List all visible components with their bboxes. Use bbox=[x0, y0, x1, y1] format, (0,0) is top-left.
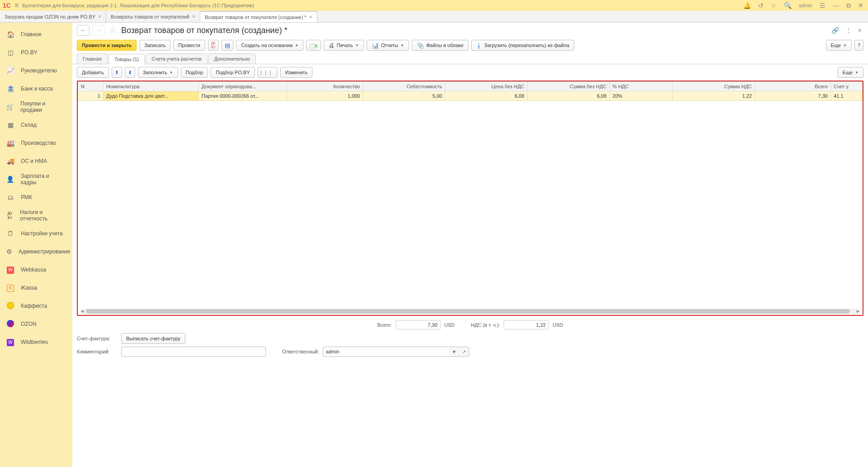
minimize-icon[interactable]: — bbox=[831, 2, 841, 9]
sidebar-item-rmk[interactable]: 🗂РМК bbox=[0, 188, 72, 206]
link-icon[interactable]: 🔗 bbox=[830, 27, 841, 34]
tab-extra[interactable]: Дополнительно bbox=[208, 53, 256, 64]
close-window-icon[interactable]: ✕ bbox=[856, 2, 865, 9]
col-vat-percent[interactable]: % НДС bbox=[609, 82, 673, 91]
post-button[interactable]: Провести bbox=[173, 40, 205, 51]
cell-nomenclature[interactable]: Дудо Подставка для цвет... bbox=[103, 91, 198, 101]
sidebar-item-ozon[interactable]: OZON bbox=[0, 315, 72, 333]
favorite-star-icon[interactable]: ☆ bbox=[109, 25, 117, 35]
doc-tab-0[interactable]: Загрузка продаж OZON по дням PO.BY × bbox=[0, 11, 106, 22]
sidebar-item-warehouse[interactable]: ▦Склад bbox=[0, 116, 72, 134]
barcode-button[interactable]: ⎸⎸⎸ bbox=[258, 67, 278, 78]
col-cost[interactable]: Себестоимость bbox=[363, 82, 445, 91]
settings-icon[interactable]: ☰ bbox=[818, 2, 827, 9]
history-icon[interactable]: ↺ bbox=[756, 2, 765, 9]
doc-tab-2[interactable]: Возврат товаров от покупателя (создание)… bbox=[200, 11, 317, 22]
col-document[interactable]: Документ оприходова... bbox=[198, 82, 287, 91]
close-icon[interactable]: × bbox=[98, 14, 101, 20]
sidebar-item-kaffesta[interactable]: Каффеста bbox=[0, 297, 72, 315]
nav-forward-button[interactable]: → bbox=[92, 25, 105, 36]
table-row[interactable]: 1 Дудо Подставка для цвет... Партия 0000… bbox=[78, 91, 863, 101]
col-n[interactable]: N bbox=[78, 82, 104, 91]
cell-document[interactable]: Партия 0000-000266 от... bbox=[198, 91, 287, 101]
cell-vat-percent[interactable]: 20% bbox=[609, 91, 673, 101]
sidebar-item-wildberries[interactable]: WWildberries bbox=[0, 333, 72, 351]
col-quantity[interactable]: Количество bbox=[287, 82, 363, 91]
maximize-icon[interactable]: ⧉ bbox=[844, 2, 853, 10]
col-price[interactable]: Цена без НДС bbox=[445, 82, 528, 91]
nav-back-button[interactable]: ← bbox=[77, 25, 90, 36]
reload-from-file-button[interactable]: ⭳Загрузить (перезаполнить) из файла bbox=[471, 40, 574, 51]
add-row-button[interactable]: Добавить bbox=[77, 67, 109, 78]
sidebar-item-acc-settings[interactable]: 🗒Настройки учета bbox=[0, 224, 72, 243]
post-and-close-button[interactable]: Провести и закрыть bbox=[77, 40, 137, 51]
sidebar-item-tax[interactable]: ДтКтНалоги и отчетность bbox=[0, 206, 72, 224]
help-button[interactable]: ? bbox=[854, 40, 863, 51]
reports-button[interactable]: 📊Отчеты ▼ bbox=[367, 40, 409, 51]
pick-button[interactable]: Подбор bbox=[181, 67, 208, 78]
cell-vat-sum[interactable]: 1,22 bbox=[673, 91, 755, 101]
tab-main[interactable]: Главная bbox=[77, 53, 108, 64]
pick-poby-button[interactable]: Подбор PO.BY bbox=[211, 67, 255, 78]
tab-goods[interactable]: Товары (1) bbox=[108, 54, 145, 64]
create-invoice-button[interactable]: Выписать счет-фактуру bbox=[121, 333, 185, 344]
responsible-select[interactable]: admin ▼ ↗ bbox=[323, 347, 469, 357]
cell-account[interactable]: 41.1 bbox=[830, 91, 862, 101]
dropdown-icon[interactable]: ▼ bbox=[449, 347, 459, 357]
table-more-button[interactable]: Еще ▼ bbox=[838, 67, 863, 78]
more-button[interactable]: Еще ▼ bbox=[826, 40, 852, 51]
fill-button[interactable]: Заполнить ▼ bbox=[138, 67, 178, 78]
col-account[interactable]: Счет у bbox=[830, 82, 862, 91]
scroll-left-icon[interactable]: ◄ bbox=[80, 309, 85, 314]
scroll-thumb[interactable] bbox=[86, 309, 850, 314]
structure-button[interactable]: ▤ bbox=[222, 40, 233, 51]
open-ref-icon[interactable]: ↗ bbox=[459, 347, 469, 357]
cell-quantity[interactable]: 1,000 bbox=[287, 91, 363, 101]
cell-sum[interactable]: 6,08 bbox=[527, 91, 609, 101]
search-icon[interactable]: 🔍 bbox=[782, 2, 793, 9]
doc-tab-1[interactable]: Возвраты товаров от покупателей × bbox=[106, 11, 200, 22]
col-sum[interactable]: Сумма без НДС bbox=[527, 82, 609, 91]
create-based-button[interactable]: Создать на основании ▼ bbox=[236, 40, 303, 51]
user-label[interactable]: admin bbox=[797, 3, 814, 8]
print-button[interactable]: 🖨Печать ▼ bbox=[324, 40, 364, 51]
sidebar-item-ikassa[interactable]: KiKassa bbox=[0, 279, 72, 297]
sidebar-item-webkassa[interactable]: WWebkassa bbox=[0, 261, 72, 279]
save-button[interactable]: Записать bbox=[139, 40, 170, 51]
responsible-value[interactable]: admin bbox=[323, 347, 449, 357]
excel-button[interactable]: ⬚x bbox=[306, 40, 321, 51]
dtkt-icon: ДтКт bbox=[211, 41, 216, 49]
close-icon[interactable]: × bbox=[192, 14, 195, 20]
comment-input[interactable] bbox=[121, 347, 266, 357]
sidebar-item-manager[interactable]: 📈Руководителю bbox=[0, 62, 72, 80]
cell-price[interactable]: 6,08 bbox=[445, 91, 528, 101]
sidebar-item-main[interactable]: 🏠Главное bbox=[0, 25, 72, 43]
more-menu-icon[interactable]: ⋮ bbox=[844, 27, 854, 34]
sidebar-item-sales[interactable]: 🛒Покупки и продажи bbox=[0, 98, 72, 116]
tab-accounts[interactable]: Счета учета расчетов bbox=[146, 53, 207, 64]
horizontal-scrollbar[interactable]: ◄ ► bbox=[80, 309, 861, 314]
cell-total[interactable]: 7,30 bbox=[755, 91, 831, 101]
edit-row-button[interactable]: Изменить bbox=[280, 67, 313, 78]
cloud-files-button[interactable]: 📎Файлы в облаке bbox=[412, 40, 468, 51]
dtkt-button[interactable]: ДтКт bbox=[208, 40, 219, 51]
bell-icon[interactable]: 🔔 bbox=[741, 2, 753, 9]
close-doc-icon[interactable]: × bbox=[856, 27, 863, 34]
cell-n[interactable]: 1 bbox=[78, 91, 104, 101]
sidebar-item-admin[interactable]: ⚙Администрирование bbox=[0, 243, 72, 261]
col-vat-sum[interactable]: Сумма НДС bbox=[673, 82, 755, 91]
move-down-button[interactable]: ⬇ bbox=[125, 67, 135, 78]
cell-cost[interactable]: 5,00 bbox=[363, 91, 445, 101]
move-up-button[interactable]: ⬆ bbox=[112, 67, 122, 78]
col-nomenclature[interactable]: Номенклатура bbox=[103, 82, 198, 91]
col-total[interactable]: Всего bbox=[755, 82, 831, 91]
sidebar-item-poby[interactable]: ◫PO.BY bbox=[0, 43, 72, 62]
sidebar-item-hr[interactable]: 👤Зарплата и кадры bbox=[0, 170, 72, 188]
hamburger-icon[interactable]: ≡ bbox=[14, 1, 19, 10]
scroll-right-icon[interactable]: ► bbox=[855, 309, 861, 314]
close-icon[interactable]: × bbox=[309, 14, 312, 20]
sidebar-item-production[interactable]: 🏭Производство bbox=[0, 134, 72, 152]
star-icon[interactable]: ☆ bbox=[769, 2, 778, 9]
sidebar-item-assets[interactable]: 🚚ОС и НМА bbox=[0, 152, 72, 170]
sidebar-item-bank[interactable]: 🏦Банк и касса bbox=[0, 80, 72, 98]
